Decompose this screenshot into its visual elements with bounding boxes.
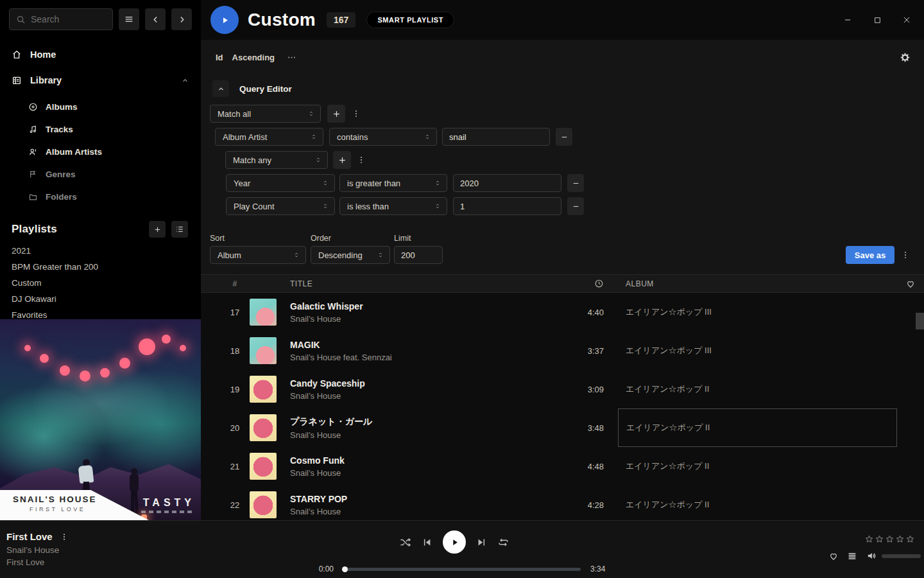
track-album[interactable]: エイリアン☆ポップ II bbox=[618, 486, 897, 520]
save-options-icon[interactable] bbox=[900, 246, 911, 264]
menu-button[interactable] bbox=[119, 8, 139, 30]
star-icon[interactable] bbox=[895, 534, 905, 544]
record-label-subtext bbox=[141, 511, 195, 513]
previous-track-icon[interactable] bbox=[422, 537, 432, 548]
sort-field-button[interactable]: Id bbox=[216, 53, 223, 62]
table-row[interactable]: 20プラネット・ガールSnail’s House3:48エイリアン☆ポップ II bbox=[201, 408, 924, 447]
add-rule-button[interactable] bbox=[333, 151, 351, 169]
rule-value-input[interactable] bbox=[453, 197, 561, 215]
sidebar-item-home[interactable]: Home bbox=[0, 46, 201, 64]
minimize-button[interactable] bbox=[838, 10, 857, 30]
gear-icon[interactable] bbox=[900, 52, 911, 63]
sidebar-item-label: Library bbox=[30, 75, 62, 85]
playlist-list-button[interactable] bbox=[171, 221, 188, 238]
nav-forward-button[interactable] bbox=[171, 8, 192, 30]
seek-knob[interactable] bbox=[342, 566, 348, 572]
column-album[interactable]: ALBUM bbox=[618, 279, 897, 288]
group-options-icon[interactable] bbox=[351, 105, 361, 123]
select-caret-icon bbox=[321, 179, 329, 187]
track-list: 17Galactic WhisperSnail’s House4:40エイリアン… bbox=[201, 293, 924, 520]
track-options-icon[interactable] bbox=[60, 533, 68, 541]
track-album[interactable]: エイリアン☆ポップ II bbox=[618, 447, 897, 486]
now-playing-artwork[interactable]: SNAIL'S HOUSE FIRST LOVE TASTY bbox=[0, 319, 201, 520]
now-playing-artist[interactable]: Snail’s House bbox=[6, 545, 68, 555]
sidebar-item-genres[interactable]: Genres bbox=[0, 163, 201, 186]
sidebar-item-album-artists[interactable]: Album Artists bbox=[0, 141, 201, 163]
volume-slider[interactable] bbox=[882, 554, 921, 558]
rule-field-select[interactable]: Year bbox=[226, 174, 335, 192]
track-album[interactable]: エイリアン☆ポップ III bbox=[618, 293, 897, 331]
star-icon[interactable] bbox=[864, 534, 874, 544]
star-icon[interactable] bbox=[905, 534, 915, 544]
duration-column-clock-icon[interactable] bbox=[560, 279, 604, 288]
rule-operator-select[interactable]: is less than bbox=[339, 197, 447, 215]
column-title[interactable]: TITLE bbox=[290, 279, 560, 288]
table-row[interactable]: 18MAGIKSnail’s House feat. Sennzai3:37エイ… bbox=[201, 331, 924, 370]
play-playlist-button[interactable] bbox=[210, 6, 239, 34]
now-playing-album[interactable]: First Love bbox=[6, 557, 68, 567]
scrollbar-thumb[interactable] bbox=[916, 313, 924, 329]
sort-order-button[interactable]: Ascending bbox=[232, 53, 275, 62]
table-row[interactable]: 22STARRY POPSnail’s House4:28エイリアン☆ポップ I… bbox=[201, 486, 924, 520]
rule-value-input[interactable] bbox=[453, 174, 561, 192]
star-icon[interactable] bbox=[875, 534, 884, 544]
limit-input[interactable] bbox=[394, 246, 443, 264]
collapse-query-editor-button[interactable] bbox=[212, 80, 229, 97]
star-icon[interactable] bbox=[885, 534, 894, 544]
rule-value-input[interactable] bbox=[442, 128, 550, 146]
sidebar-item-tracks[interactable]: Tracks bbox=[0, 118, 201, 141]
rule-operator-select[interactable]: is greater than bbox=[339, 174, 447, 192]
order-select[interactable]: Descending bbox=[311, 246, 390, 264]
select-caret-icon bbox=[293, 251, 300, 259]
add-playlist-button[interactable] bbox=[149, 221, 166, 238]
match-type-select[interactable]: Match all bbox=[210, 105, 321, 123]
repeat-icon[interactable] bbox=[497, 536, 509, 548]
shuffle-icon[interactable] bbox=[399, 536, 411, 548]
playlist-item[interactable]: Custom bbox=[0, 275, 201, 291]
remove-rule-button[interactable] bbox=[567, 174, 584, 192]
save-as-button[interactable]: Save as bbox=[846, 246, 894, 264]
rule-field-select[interactable]: Album Artist bbox=[215, 128, 323, 146]
playlist-item[interactable]: 2021 bbox=[0, 243, 201, 259]
search-input[interactable] bbox=[31, 14, 106, 24]
sidebar-item-library[interactable]: Library bbox=[0, 71, 201, 89]
favorite-column-heart-icon[interactable] bbox=[897, 279, 924, 289]
seek-bar[interactable] bbox=[343, 568, 581, 571]
queue-icon[interactable] bbox=[847, 551, 857, 561]
playlist-item[interactable]: BPM Greater than 200 bbox=[0, 259, 201, 275]
match-type-select[interactable]: Match any bbox=[225, 151, 328, 169]
group-options-icon[interactable] bbox=[356, 151, 366, 169]
column-index[interactable]: # bbox=[220, 279, 250, 288]
sidebar-item-albums[interactable]: Albums bbox=[0, 96, 201, 118]
more-options-icon[interactable] bbox=[287, 53, 296, 62]
add-rule-button[interactable] bbox=[327, 105, 345, 123]
sidebar-item-folders[interactable]: Folders bbox=[0, 186, 201, 208]
playlist-item[interactable]: DJ Okawari bbox=[0, 291, 201, 307]
table-row[interactable]: 19Candy SpaceshipSnail’s House3:09エイリアン☆… bbox=[201, 370, 924, 408]
table-row[interactable]: 17Galactic WhisperSnail’s House4:40エイリアン… bbox=[201, 293, 924, 331]
table-row[interactable]: 21Cosmo FunkSnail’s House4:48エイリアン☆ポップ I… bbox=[201, 447, 924, 486]
rule-operator-select[interactable]: contains bbox=[329, 128, 437, 146]
track-duration: 4:40 bbox=[560, 308, 604, 317]
track-album[interactable]: エイリアン☆ポップ II bbox=[618, 370, 897, 408]
remove-rule-button[interactable] bbox=[556, 128, 572, 146]
track-title: STARRY POP bbox=[290, 494, 560, 504]
close-button[interactable] bbox=[897, 10, 916, 30]
track-artist: Snail’s House feat. Sennzai bbox=[290, 353, 560, 362]
rule-field-select[interactable]: Play Count bbox=[226, 197, 335, 215]
track-album[interactable]: エイリアン☆ポップ II bbox=[618, 408, 897, 447]
play-pause-button[interactable] bbox=[443, 530, 466, 554]
chevron-up-icon[interactable] bbox=[181, 76, 189, 85]
sort-select[interactable]: Album bbox=[210, 246, 306, 264]
now-playing-title[interactable]: First Love bbox=[6, 531, 53, 542]
next-track-icon[interactable] bbox=[476, 537, 487, 548]
search-box[interactable] bbox=[9, 8, 113, 30]
maximize-button[interactable] bbox=[868, 10, 887, 30]
limit-label: Limit bbox=[394, 234, 411, 243]
track-duration: 3:37 bbox=[560, 346, 604, 356]
track-album[interactable]: エイリアン☆ポップ III bbox=[618, 331, 897, 370]
nav-back-button[interactable] bbox=[145, 8, 166, 30]
remove-rule-button[interactable] bbox=[567, 197, 584, 215]
favorite-heart-icon[interactable] bbox=[828, 551, 839, 561]
volume-icon[interactable] bbox=[866, 550, 877, 561]
